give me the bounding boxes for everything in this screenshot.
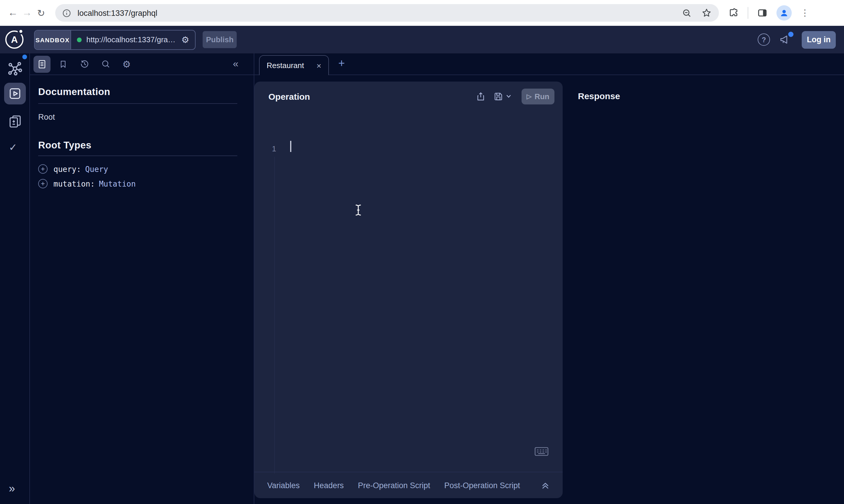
gutter-divider [274, 157, 275, 473]
post-operation-script-tab[interactable]: Post-Operation Script [444, 481, 520, 490]
save-dropdown-icon[interactable] [506, 93, 512, 99]
address-bar[interactable]: localhost:1337/graphql [55, 4, 719, 22]
operation-tab-bar: Restaurant × + [254, 53, 844, 75]
sandbox-badge: SANDBOX [35, 30, 71, 49]
add-query-icon[interactable]: + [38, 164, 48, 174]
browser-menu-icon[interactable]: ⋮ [800, 7, 809, 18]
connection-status-dot [77, 37, 82, 42]
help-icon[interactable]: ? [758, 33, 770, 46]
schema-graph-icon[interactable] [7, 60, 23, 76]
document-icon [37, 59, 47, 69]
doc-divider [38, 103, 237, 104]
headers-tab[interactable]: Headers [314, 481, 344, 490]
expand-rail-icon[interactable]: » [9, 482, 15, 495]
documentation-panel: ⚙ « Documentation Root Root Types + quer… [30, 53, 254, 504]
search-schema-tab[interactable] [97, 55, 114, 72]
operation-footer: Variables Headers Pre-Operation Script P… [254, 472, 563, 498]
add-mutation-icon[interactable]: + [38, 179, 48, 188]
save-group [493, 91, 512, 101]
search-icon [101, 59, 110, 69]
text-caret [290, 141, 291, 152]
explorer-play-icon [8, 87, 22, 100]
publish-button[interactable]: Publish [203, 31, 237, 48]
history-clock-icon [80, 59, 89, 69]
explorer-tab-active[interactable] [4, 83, 26, 105]
forward-icon[interactable]: → [20, 7, 34, 19]
documentation-tab[interactable] [33, 55, 51, 72]
doc-content: Documentation Root Root Types + query: Q… [30, 86, 254, 188]
history-tab[interactable] [76, 55, 93, 72]
endpoint-url-box[interactable]: http://localhost:1337/gra… ⚙ [71, 30, 195, 49]
announcement-notification-dot [788, 31, 793, 37]
operation-title: Operation [269, 91, 310, 101]
left-rail: ✓ » [0, 53, 30, 504]
apollo-header: A SANDBOX http://localhost:1337/gra… ⚙ P… [0, 26, 844, 53]
save-operation-icon[interactable] [493, 91, 503, 101]
operation-header: Operation [254, 82, 563, 111]
back-icon[interactable]: ← [6, 7, 20, 19]
toolbar-divider [748, 7, 748, 19]
tab-label: Restaurant [266, 61, 304, 70]
login-button[interactable]: Log in [802, 31, 836, 49]
announcements-button[interactable] [779, 33, 792, 46]
query-field-label[interactable]: query: [53, 165, 81, 174]
apollo-logo-letter: A [11, 34, 18, 45]
keyboard-shortcuts-icon[interactable] [534, 447, 549, 456]
close-tab-icon[interactable]: × [316, 61, 321, 70]
bookmark-icon [59, 59, 68, 68]
extensions-icon[interactable] [728, 7, 739, 18]
mutation-type-link[interactable]: Mutation [99, 179, 136, 188]
changelog-icon[interactable] [7, 114, 22, 128]
browser-toolbar: ← → ↻ localhost:1337/graphql [0, 0, 844, 26]
root-type-query-row[interactable]: + query: Query [38, 164, 237, 174]
root-type-mutation-row[interactable]: + mutation: Mutation [38, 179, 237, 188]
run-label: Run [534, 92, 549, 101]
pre-operation-script-tab[interactable]: Pre-Operation Script [358, 481, 430, 490]
doc-panel-title: Documentation [38, 86, 237, 97]
side-panel-icon[interactable] [757, 7, 768, 18]
operation-actions: ▷ Run [476, 88, 554, 104]
query-type-link[interactable]: Query [85, 165, 108, 174]
share-operation-icon[interactable] [476, 91, 486, 101]
response-title: Response [563, 82, 844, 101]
apollo-logo: A [5, 31, 23, 49]
collapse-panel-icon[interactable]: « [233, 58, 239, 70]
reload-icon[interactable]: ↻ [34, 7, 48, 18]
variables-tab[interactable]: Variables [267, 481, 300, 490]
root-types-divider [38, 156, 237, 156]
logo-orbit-dot [19, 30, 22, 33]
response-panel: Response [563, 82, 844, 504]
checks-icon[interactable]: ✓ [9, 141, 17, 154]
site-info-icon[interactable] [62, 8, 71, 17]
browser-actions: ⋮ [728, 5, 809, 20]
endpoint-bar: SANDBOX http://localhost:1337/gra… ⚙ [34, 30, 195, 50]
screen: ← → ↻ localhost:1337/graphql [0, 0, 844, 504]
operation-panel: Operation [254, 82, 563, 498]
new-tab-icon[interactable]: + [338, 57, 345, 70]
root-types-title: Root Types [38, 140, 237, 151]
schema-notification-dot [22, 55, 27, 59]
url-text[interactable]: localhost:1337/graphql [77, 8, 157, 17]
line-number: 1 [272, 144, 276, 153]
doc-root-breadcrumb[interactable]: Root [38, 113, 237, 122]
profile-avatar[interactable] [776, 5, 792, 20]
expand-footer-icon[interactable] [541, 481, 550, 490]
tab-restaurant[interactable]: Restaurant × [259, 55, 329, 75]
doc-toolbar: ⚙ « [30, 53, 254, 75]
connection-settings-icon[interactable]: ⚙ [182, 34, 189, 45]
saved-operations-tab[interactable] [55, 55, 72, 72]
explorer-settings-icon[interactable]: ⚙ [118, 55, 135, 72]
mouse-cursor-ibeam [355, 204, 362, 216]
run-button[interactable]: ▷ Run [521, 88, 554, 104]
operation-editor[interactable]: 1 [254, 111, 563, 472]
mutation-field-label[interactable]: mutation: [53, 179, 95, 188]
run-play-icon: ▷ [527, 92, 532, 100]
bookmark-star-icon[interactable] [701, 7, 712, 18]
endpoint-url-text[interactable]: http://localhost:1337/gra… [86, 35, 176, 44]
zoom-out-icon[interactable] [682, 8, 692, 18]
